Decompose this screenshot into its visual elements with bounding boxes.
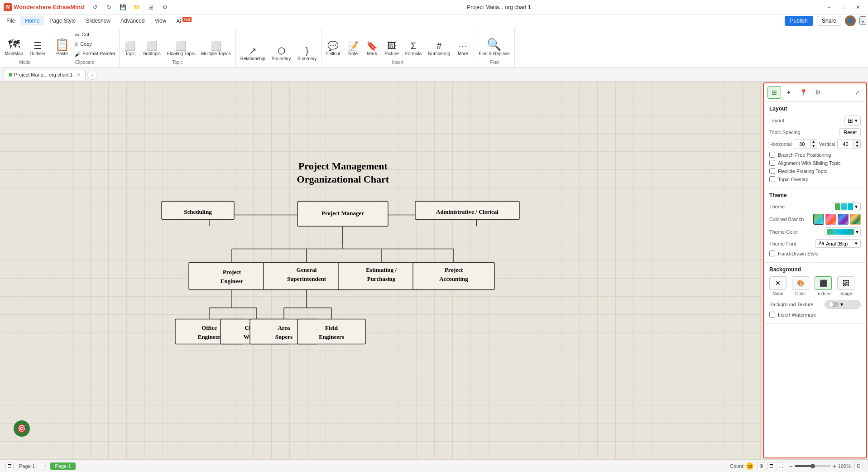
zoom-out-btn[interactable]: − — [789, 462, 792, 470]
general-super-node[interactable]: General — [297, 267, 317, 274]
office-engineer-node[interactable]: Office — [201, 325, 217, 332]
copy-btn[interactable]: ⎘ Copy — [73, 40, 117, 49]
horizontal-down-btn[interactable]: ▼ — [810, 144, 817, 149]
scheduling-node[interactable]: Scheduling — [184, 209, 212, 216]
minimize-btn[interactable]: − — [823, 3, 835, 12]
bg-texture[interactable]: ⬛ Texture — [815, 276, 832, 296]
panel-tab-settings[interactable]: ⚙ — [811, 86, 825, 99]
cut-btn[interactable]: ✂ Cut — [73, 30, 117, 39]
page-menu-btn[interactable]: ☰ — [5, 462, 14, 470]
user-avatar[interactable]: 👤 — [845, 15, 856, 26]
list-view-btn[interactable]: ☰ — [767, 462, 775, 470]
vertical-down-btn[interactable]: ▼ — [854, 144, 860, 149]
layout-selector[interactable]: ⊞ ▾ — [844, 116, 861, 125]
root-node[interactable]: Project Manager — [321, 210, 364, 217]
office-engineer-node2[interactable]: Engineer — [198, 334, 221, 341]
project-engineer-node2[interactable]: Engineer — [221, 278, 244, 285]
summary-btn[interactable]: } Summary — [295, 34, 320, 63]
texture-selector[interactable]: ▾ — [825, 300, 861, 309]
menu-file[interactable]: File — [2, 16, 19, 25]
boundary-btn[interactable]: ⬡ Boundary — [269, 34, 294, 63]
paste-btn[interactable]: 📋 Paste — [52, 29, 72, 58]
relationship-btn[interactable]: ↗ Relationship — [238, 34, 268, 63]
page-tab[interactable]: Page-1 — [50, 462, 75, 470]
area-supers-node2[interactable]: Supers — [275, 334, 293, 341]
outliner-btn[interactable]: ☰ Outliner — [27, 29, 48, 58]
menu-ai[interactable]: AIHot — [172, 16, 196, 26]
multiple-topics-btn[interactable]: ⬜ Multiple Topics — [198, 29, 233, 58]
swatch-1[interactable] — [813, 214, 824, 225]
tab-close[interactable]: ✕ — [77, 72, 81, 78]
branch-free-checkbox[interactable] — [769, 152, 775, 158]
publish-btn[interactable]: Publish — [785, 16, 813, 26]
panel-tab-style[interactable]: ✦ — [782, 86, 796, 99]
zoom-in-btn[interactable]: + — [833, 462, 836, 470]
floating-topic-btn[interactable]: ⬜ Floating Topic — [164, 29, 198, 58]
panel-maximize-btn[interactable]: ⤢ — [853, 87, 863, 97]
accounting-node[interactable]: Project — [445, 267, 463, 274]
menu-view[interactable]: View — [150, 16, 171, 25]
close-btn[interactable]: ✕ — [852, 3, 864, 12]
mark-btn[interactable]: 🔖 Mark — [363, 29, 381, 58]
horizontal-input[interactable] — [794, 140, 810, 148]
callout-btn[interactable]: 💬 Callout — [323, 29, 343, 58]
float-target[interactable]: 🎯 — [14, 420, 30, 437]
hand-drawn-checkbox[interactable] — [769, 250, 775, 256]
grid-view-btn[interactable]: ⊞ — [757, 462, 765, 470]
add-page-btn[interactable]: + — [37, 462, 45, 470]
reset-btn[interactable]: Reset — [839, 128, 861, 136]
menu-advanced[interactable]: Advanced — [116, 16, 149, 25]
more-btn[interactable]: ⋯ More — [454, 29, 472, 58]
bg-none[interactable]: ✕ None — [769, 276, 786, 296]
estimating-node[interactable]: Estimating / — [366, 267, 397, 274]
numbering-btn[interactable]: # Numbering — [425, 29, 453, 58]
subtopic-btn[interactable]: ⬜ Subtopic — [140, 29, 163, 58]
settings-btn[interactable]: ⚙ — [159, 3, 172, 12]
tab-add-btn[interactable]: + — [87, 70, 97, 80]
menu-pagestyle[interactable]: Page Style — [45, 16, 80, 25]
menu-home[interactable]: Home — [20, 16, 44, 25]
undo-btn[interactable]: ↺ — [89, 3, 101, 12]
formula-btn[interactable]: Σ Formula — [403, 29, 425, 58]
fullscreen-btn[interactable]: ⛶ — [777, 462, 785, 470]
area-supers-node[interactable]: Area — [278, 325, 291, 332]
field-engineers-node2[interactable]: Engineers — [319, 334, 345, 341]
redo-btn[interactable]: ↻ — [103, 3, 115, 12]
topic-btn[interactable]: ⬜ Topic — [121, 29, 139, 58]
mindmap-btn[interactable]: 🗺 MindMap — [2, 29, 26, 58]
print-btn[interactable]: 🖨 — [145, 3, 158, 12]
horizontal-up-btn[interactable]: ▲ — [810, 140, 817, 144]
find-replace-btn[interactable]: 🔍 Find & Replace — [476, 29, 512, 58]
swatch-2[interactable] — [825, 214, 836, 225]
field-engineers-node[interactable]: Field — [325, 325, 338, 332]
user-menu-btn[interactable]: ⌄ — [859, 16, 866, 25]
swatch-4[interactable] — [850, 214, 861, 225]
theme-color-selector[interactable]: ▾ — [825, 227, 861, 236]
bg-image[interactable]: 🖼 Image — [837, 276, 854, 296]
share-btn[interactable]: Share — [817, 16, 841, 26]
menu-slideshow[interactable]: Slideshow — [81, 16, 115, 25]
maximize-btn[interactable]: □ — [837, 3, 850, 12]
fit-btn[interactable]: ⊡ — [854, 462, 863, 470]
vertical-input[interactable] — [838, 140, 854, 148]
zoom-slider[interactable] — [795, 465, 831, 467]
canvas[interactable]: Project Management Organizational Chart … — [0, 82, 762, 459]
tab-orgchart[interactable]: Project Mana... org chart 1 ✕ — [4, 70, 86, 80]
save-btn[interactable]: 💾 — [117, 3, 129, 12]
accounting-node2[interactable]: Accounting — [440, 276, 469, 283]
general-super-node2[interactable]: Superintendent — [287, 276, 326, 283]
format-painter-btn[interactable]: 🖌 Format Painter — [73, 49, 117, 58]
theme-selector[interactable]: ▾ — [832, 202, 861, 211]
panel-tab-layout[interactable]: ⊞ — [767, 86, 781, 99]
admin-node[interactable]: Administrative / Clerical — [436, 209, 499, 216]
font-selector[interactable]: Aa Arial (Big) ▾ — [815, 239, 861, 248]
overlap-checkbox[interactable] — [769, 176, 775, 182]
alignment-checkbox[interactable] — [769, 160, 775, 166]
estimating-node2[interactable]: Purchasing — [367, 276, 396, 283]
picture-btn[interactable]: 🖼 Picture — [382, 29, 402, 58]
watermark-checkbox[interactable] — [769, 312, 775, 318]
panel-tab-pin[interactable]: 📍 — [796, 86, 810, 99]
vertical-up-btn[interactable]: ▲ — [854, 140, 860, 144]
project-engineer-node[interactable]: Project — [223, 269, 241, 276]
swatch-3[interactable] — [838, 214, 849, 225]
